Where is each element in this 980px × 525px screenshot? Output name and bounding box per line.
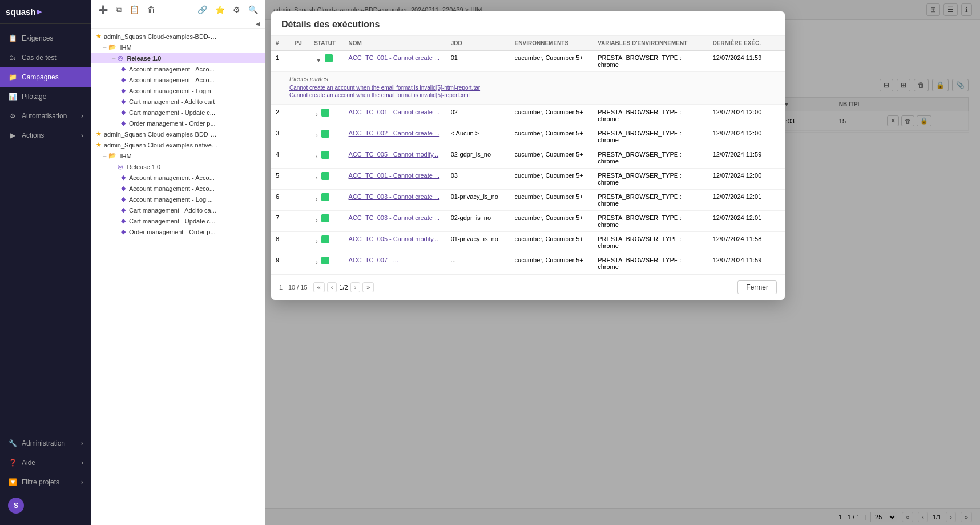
star-button[interactable]: ⭐ [213,4,227,15]
exec-link[interactable]: ACC_TC_001 - Cannot create ... [349,172,440,179]
folder-icon: 📂 [108,152,116,159]
exec-link[interactable]: ACC_TC_003 - Cannot create ... [349,193,440,200]
tree-item-suite5[interactable]: ◆ Cart management - Update c... [91,107,265,118]
tree-item-suite6[interactable]: ◆ Order management - Order p... [91,118,265,129]
pj-link-1[interactable]: Cannot create an account when the email … [289,85,776,91]
tree-item-suite10[interactable]: ◆ Cart management - Add to ca... [91,205,265,215]
tree-item-suite11[interactable]: ◆ Cart management - Update c... [91,215,265,226]
tree-item-release2[interactable]: ─ ◎ Release 1.0 [91,161,265,172]
exec-link[interactable]: ACC_TC_001 - Cannot create ... [349,109,440,115]
exec-link[interactable]: ACC_TC_005 - Cannot modify... [349,151,439,158]
exec-last: 12/07/2024 12:01 [708,190,785,211]
modal-last-page-button[interactable]: » [362,282,374,292]
exec-last: 12/07/2024 12:00 [708,169,785,190]
tree-item-suite3[interactable]: ◆ Account management - Login [91,85,265,96]
status-indicator [321,235,329,243]
expand-button[interactable]: › [314,154,319,160]
exec-link[interactable]: ACC_TC_005 - Cannot modify... [349,235,439,242]
tree-item-ihm2[interactable]: ─ 📂 IHM [91,150,265,161]
tree-item-label: Account management - Acco... [129,77,215,83]
chevron-right-icon: › [81,459,83,467]
star-icon: ★ [96,33,102,40]
settings-button[interactable]: ⚙ [231,4,243,15]
expand-button[interactable]: › [314,217,319,223]
exec-link[interactable]: ACC_TC_003 - Cannot create ... [349,214,440,221]
tree-item-suite7[interactable]: ◆ Account management - Acco... [91,172,265,183]
sidebar-item-cas-de-test[interactable]: 🗂 Cas de test [0,48,91,67]
exec-nom: ACC_TC_001 - Cannot create ... [344,105,446,126]
modal-prev-page-button[interactable]: ‹ [327,282,337,292]
release-icon: ◎ [118,163,123,170]
exec-nom: ACC_TC_001 - Cannot create ... [344,169,446,190]
tree-item-suite9[interactable]: ◆ Account management - Logi... [91,194,265,205]
tree-item-suite1[interactable]: ◆ Account management - Acco... [91,63,265,74]
exec-row-2: 2 › ACC_TC_001 - Cannot create ... 02 cu… [271,105,785,126]
exec-pj [291,211,310,232]
expand-button[interactable]: › [314,196,319,202]
pj-title: Pièces jointes [289,75,776,82]
logo-icon: ▶ [37,8,42,15]
paste-button[interactable]: 📋 [127,4,142,15]
suite-icon: ◆ [121,185,126,192]
expand-button[interactable]: › [314,133,319,139]
link-button[interactable]: 🔗 [195,4,209,15]
expand-button[interactable]: › [314,259,319,266]
tree-item-label: IHM [120,153,131,159]
tree-item-suite12[interactable]: ◆ Order management - Order p... [91,226,265,237]
exec-num: 4 [271,147,291,169]
expand-button[interactable]: ▼ [314,57,323,63]
exec-vars: PRESTA_BROWSER_TYPE : chrome [593,190,708,211]
exec-jdd: ... [446,253,510,274]
copy-button[interactable]: ⧉ [114,3,124,15]
pj-link-2[interactable]: Cannot create an account when the email … [289,92,776,98]
tree-item-suite4[interactable]: ◆ Cart management - Add to cart [91,96,265,107]
sidebar-item-filtre-projets[interactable]: 🔽 Filtre projets › [0,472,91,492]
expand-button[interactable]: › [314,111,319,118]
sidebar-item-administration[interactable]: 🔧 Administration › [0,434,91,453]
sidebar-item-aide[interactable]: ❓ Aide › [0,453,91,472]
exec-vars: PRESTA_BROWSER_TYPE : chrome [593,169,708,190]
exec-statut: › [309,190,344,211]
tree-item-project3[interactable]: ★ admin_Squash Cloud-examples-native-... [91,139,265,150]
modal-first-page-button[interactable]: « [313,282,325,292]
sidebar-item-exigences[interactable]: 📋 Exigences [0,29,91,48]
chevron-right-icon: › [81,478,83,486]
exec-jdd: 01-privacy_is_no [446,232,510,253]
sidebar-item-actions[interactable]: ▶ Actions › [0,126,91,145]
tree-item-label: Order management - Order p... [129,229,216,235]
collapse-tree-button[interactable]: ◀ [256,21,260,27]
sidebar-item-pilotage[interactable]: 📊 Pilotage [0,87,91,106]
exec-link[interactable]: ACC_TC_002 - Cannot create ... [349,130,440,137]
modal-close-button[interactable]: Fermer [737,280,777,294]
tree-item-label: admin_Squash Cloud-examples-BDD-R... [104,131,218,138]
modal-footer: 1 - 10 / 15 « ‹ 1/2 › » Fermer [271,274,785,300]
tree-body: ★ admin_Squash Cloud-examples-BDD-c... ─… [91,29,265,525]
tree-item-suite2[interactable]: ◆ Account management - Acco... [91,74,265,85]
tree-item-project1[interactable]: ★ admin_Squash Cloud-examples-BDD-c... [91,31,265,42]
exec-row-4: 4 › ACC_TC_005 - Cannot modify... 02-gdp… [271,147,785,169]
exec-pj-section-1: Pièces jointes Cannot create an account … [271,72,785,105]
minus-icon: ─ [112,55,115,61]
tree-item-ihm1[interactable]: ─ 📂 IHM [91,42,265,53]
tree-item-release1[interactable]: ─ ◎ Release 1.0 [91,53,265,63]
modal-header: Détails des exécutions [271,11,785,36]
tree-item-label: Cart management - Update c... [129,109,215,116]
exec-env: cucumber, Cucumber 5+ [510,169,594,190]
search-button[interactable]: 🔍 [246,4,260,15]
sidebar-item-automatisation[interactable]: ⚙ Automatisation › [0,106,91,126]
tree-item-suite8[interactable]: ◆ Account management - Acco... [91,183,265,194]
expand-button[interactable]: › [314,238,319,245]
delete-button[interactable]: 🗑 [145,4,158,15]
modal-next-page-button[interactable]: › [350,282,361,292]
exec-link[interactable]: ACC_TC_007 - ... [349,257,398,263]
sidebar-item-campagnes[interactable]: 📁 Campagnes [0,67,91,87]
minus-icon: ─ [103,45,106,50]
sidebar-item-label: Administration [22,439,65,447]
user-avatar: S [8,498,24,514]
add-folder-button[interactable]: ➕ [96,4,110,15]
status-indicator [321,130,329,138]
suite-icon: ◆ [121,206,126,214]
expand-button[interactable]: › [314,175,319,181]
tree-item-project2[interactable]: ★ admin_Squash Cloud-examples-BDD-R... [91,129,265,139]
exec-link[interactable]: ACC_TC_001 - Cannot create ... [349,54,440,61]
